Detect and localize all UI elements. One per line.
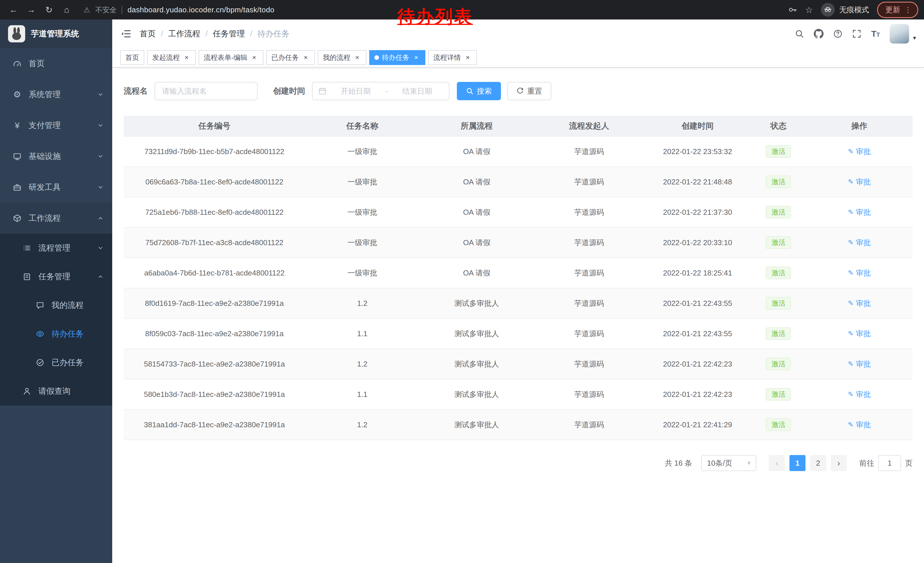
- status-badge: 激活: [766, 267, 791, 279]
- column-action: 操作: [806, 116, 912, 136]
- browser-forward-button[interactable]: →: [24, 2, 39, 18]
- sidebar-item-infrastructure[interactable]: 基础设施: [0, 141, 112, 172]
- fullscreen-icon[interactable]: [852, 29, 861, 38]
- tab-initiate-process[interactable]: 发起流程 ×: [147, 50, 196, 65]
- browser-home-button[interactable]: ⌂: [59, 2, 74, 18]
- tab-process-detail[interactable]: 流程详情 ×: [428, 50, 477, 65]
- menu-kebab-icon[interactable]: ⋮: [904, 6, 912, 14]
- page-button-1[interactable]: 1: [789, 455, 806, 471]
- tab-done-tasks[interactable]: 已办任务 ×: [266, 50, 315, 65]
- tab-process-form-edit[interactable]: 流程表单-编辑 ×: [199, 50, 263, 65]
- sidebar-item-my-processes[interactable]: 我的流程: [0, 291, 112, 320]
- reset-button[interactable]: 重置: [507, 82, 551, 100]
- approve-button[interactable]: ✎审批: [848, 268, 871, 278]
- tags-view-bar: 首页 发起流程 × 流程表单-编辑 × 已办任务 × 我的流程 × 待办任务 ×: [112, 48, 924, 68]
- approve-button[interactable]: ✎审批: [848, 207, 871, 217]
- incognito-icon: [821, 3, 835, 17]
- tab-todo-tasks[interactable]: 待办任务 ×: [369, 50, 425, 65]
- security-label: 不安全: [95, 5, 117, 15]
- key-icon[interactable]: [788, 5, 797, 14]
- breadcrumb-task-management[interactable]: 任务管理: [213, 29, 252, 39]
- sidebar-item-dev-tools[interactable]: 研发工具: [0, 172, 112, 203]
- sidebar: 芋道管理系统 首页 ⚙ 系统管理 ¥ 支付管理 基础设施: [0, 20, 112, 563]
- chat-icon: [35, 301, 45, 309]
- sidebar-item-home[interactable]: 首页: [0, 48, 112, 79]
- range-separator: -: [385, 87, 388, 96]
- tab-home[interactable]: 首页: [120, 50, 144, 65]
- search-button[interactable]: 搜索: [457, 82, 501, 100]
- help-icon[interactable]: [833, 29, 842, 38]
- close-icon[interactable]: ×: [302, 54, 310, 62]
- sidebar-item-leave-query[interactable]: 请假查询: [0, 377, 112, 405]
- prev-page-button[interactable]: ‹: [769, 455, 785, 471]
- breadcrumb-todo-tasks: 待办任务: [257, 29, 290, 39]
- close-icon[interactable]: ×: [183, 54, 190, 62]
- status-badge: 激活: [766, 358, 791, 370]
- edit-icon: ✎: [848, 269, 854, 277]
- update-label: 更新: [885, 5, 900, 15]
- sidebar-item-system[interactable]: ⚙ 系统管理: [0, 79, 112, 110]
- table-row: 58154733-7ac8-11ec-a9e2-a2380e71991a1.2测…: [124, 349, 912, 379]
- app-logo: 芋道管理系统: [0, 20, 112, 48]
- status-badge: 激活: [766, 297, 791, 309]
- toolbox-icon: [12, 183, 22, 192]
- sidebar-item-payment[interactable]: ¥ 支付管理: [0, 110, 112, 141]
- sidebar-collapse-icon[interactable]: [121, 29, 131, 39]
- table-row: 8f059c03-7ac8-11ec-a9e2-a2380e71991a1.1测…: [124, 318, 912, 349]
- edit-icon: ✎: [848, 360, 854, 368]
- approve-button[interactable]: ✎审批: [848, 177, 871, 187]
- next-page-button[interactable]: ›: [831, 455, 847, 471]
- sidebar-item-todo-tasks[interactable]: 待办任务: [0, 320, 112, 348]
- close-icon[interactable]: ×: [412, 54, 420, 62]
- edit-icon: ✎: [848, 330, 854, 338]
- page-size-select[interactable]: 10条/页 ▾: [701, 455, 756, 471]
- app-title: 芋道管理系统: [31, 29, 79, 39]
- approve-button[interactable]: ✎审批: [848, 299, 871, 308]
- process-name-input[interactable]: [154, 82, 258, 100]
- close-icon[interactable]: ×: [464, 54, 472, 62]
- breadcrumb-workflow[interactable]: 工作流程: [168, 29, 208, 39]
- address-bar[interactable]: ⚠ 不安全 dashboard.yudao.iocoder.cn/bpm/tas…: [84, 5, 274, 15]
- tab-my-processes[interactable]: 我的流程 ×: [318, 50, 366, 65]
- sidebar-item-process-management[interactable]: 流程管理: [0, 234, 112, 262]
- browser-back-button[interactable]: ←: [6, 2, 21, 18]
- approve-button[interactable]: ✎审批: [848, 329, 871, 339]
- column-initiator: 流程发起人: [534, 116, 644, 136]
- close-icon[interactable]: ×: [250, 54, 258, 62]
- avatar[interactable]: [890, 24, 909, 44]
- payment-icon: ¥: [12, 121, 22, 130]
- sidebar-item-task-management[interactable]: 任务管理: [0, 262, 112, 291]
- create-time-range-picker[interactable]: 开始日期 - 结束日期: [312, 82, 449, 100]
- edit-icon: ✎: [848, 299, 854, 307]
- bookmark-star-icon[interactable]: ☆: [805, 5, 813, 15]
- github-icon[interactable]: [814, 29, 824, 39]
- goto-page-input[interactable]: [878, 455, 901, 471]
- sidebar-item-done-tasks[interactable]: 已办任务: [0, 348, 112, 377]
- chevron-down-icon: ▾: [747, 459, 750, 467]
- browser-reload-button[interactable]: ↻: [41, 2, 57, 18]
- font-size-icon[interactable]: TT: [871, 29, 880, 39]
- update-button[interactable]: 更新 ⋮: [877, 2, 918, 18]
- table-row: 75d72608-7b7f-11ec-a3c8-acde48001122一级审批…: [124, 227, 912, 258]
- column-task-id: 任务编号: [124, 116, 305, 136]
- approve-button[interactable]: ✎审批: [848, 238, 871, 248]
- table-row: 580e1b3d-7ac8-11ec-a9e2-a2380e71991a1.1测…: [124, 379, 912, 410]
- search-icon[interactable]: [795, 29, 804, 38]
- status-badge: 激活: [766, 176, 791, 188]
- monitor-icon: [12, 152, 22, 161]
- todo-task-table: 任务编号 任务名称 所属流程 流程发起人 创建时间 状态 操作 73211d9d…: [124, 116, 912, 440]
- approve-button[interactable]: ✎审批: [848, 359, 871, 369]
- filter-time-label: 创建时间: [273, 86, 305, 96]
- approve-button[interactable]: ✎审批: [848, 420, 871, 430]
- close-icon[interactable]: ×: [353, 54, 361, 62]
- approve-button[interactable]: ✎审批: [848, 147, 871, 157]
- sidebar-item-workflow[interactable]: 工作流程: [0, 203, 112, 234]
- start-date-placeholder: 开始日期: [330, 86, 382, 96]
- app-logo-image: [8, 25, 25, 42]
- check-icon: [35, 358, 45, 367]
- edit-icon: ✎: [848, 208, 854, 216]
- approve-button[interactable]: ✎审批: [848, 389, 871, 399]
- breadcrumb: 首页 工作流程 任务管理 待办任务: [140, 29, 294, 39]
- breadcrumb-home[interactable]: 首页: [140, 29, 163, 39]
- page-button-2[interactable]: 2: [810, 455, 826, 471]
